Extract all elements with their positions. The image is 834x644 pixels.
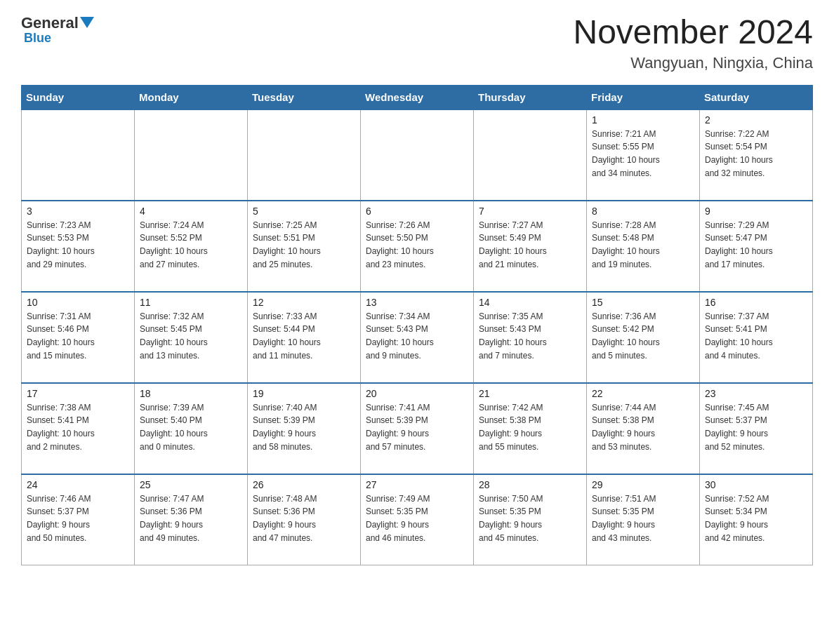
day-number: 16 [705,297,807,308]
day-number: 15 [592,297,694,308]
logo-general-text: General [21,14,79,32]
day-number: 13 [366,297,468,308]
calendar-cell [248,109,361,201]
calendar-cell: 8Sunrise: 7:28 AM Sunset: 5:48 PM Daylig… [587,201,700,292]
day-info: Sunrise: 7:46 AM Sunset: 5:37 PM Dayligh… [27,492,129,544]
logo: General Blue [21,14,94,46]
calendar-cell: 13Sunrise: 7:34 AM Sunset: 5:43 PM Dayli… [361,292,474,383]
calendar-cell: 17Sunrise: 7:38 AM Sunset: 5:41 PM Dayli… [22,383,135,474]
day-info: Sunrise: 7:47 AM Sunset: 5:36 PM Dayligh… [140,492,242,544]
calendar-week-row: 10Sunrise: 7:31 AM Sunset: 5:46 PM Dayli… [22,292,813,383]
day-number: 8 [592,206,694,217]
calendar-table: SundayMondayTuesdayWednesdayThursdayFrid… [21,85,813,566]
day-number: 14 [479,297,581,308]
day-info: Sunrise: 7:32 AM Sunset: 5:45 PM Dayligh… [140,310,242,362]
logo-triangle-icon [80,17,94,28]
day-number: 5 [253,206,355,217]
day-number: 29 [592,479,694,490]
calendar-cell: 10Sunrise: 7:31 AM Sunset: 5:46 PM Dayli… [22,292,135,383]
day-info: Sunrise: 7:33 AM Sunset: 5:44 PM Dayligh… [253,310,355,362]
day-info: Sunrise: 7:42 AM Sunset: 5:38 PM Dayligh… [479,401,581,453]
calendar-cell: 24Sunrise: 7:46 AM Sunset: 5:37 PM Dayli… [22,474,135,565]
day-info: Sunrise: 7:39 AM Sunset: 5:40 PM Dayligh… [140,401,242,453]
calendar-cell: 4Sunrise: 7:24 AM Sunset: 5:52 PM Daylig… [135,201,248,292]
calendar-title: November 2024 [573,14,813,51]
day-number: 25 [140,479,242,490]
day-number: 9 [705,206,807,217]
day-number: 4 [140,206,242,217]
day-info: Sunrise: 7:27 AM Sunset: 5:49 PM Dayligh… [479,219,581,271]
day-info: Sunrise: 7:51 AM Sunset: 5:35 PM Dayligh… [592,492,694,544]
calendar-week-row: 3Sunrise: 7:23 AM Sunset: 5:53 PM Daylig… [22,201,813,292]
day-info: Sunrise: 7:31 AM Sunset: 5:46 PM Dayligh… [27,310,129,362]
day-number: 24 [27,479,129,490]
calendar-cell [135,109,248,201]
day-number: 18 [140,388,242,399]
day-info: Sunrise: 7:52 AM Sunset: 5:34 PM Dayligh… [705,492,807,544]
calendar-cell: 29Sunrise: 7:51 AM Sunset: 5:35 PM Dayli… [587,474,700,565]
calendar-cell: 30Sunrise: 7:52 AM Sunset: 5:34 PM Dayli… [700,474,813,565]
calendar-week-row: 17Sunrise: 7:38 AM Sunset: 5:41 PM Dayli… [22,383,813,474]
day-number: 10 [27,297,129,308]
calendar-week-row: 1Sunrise: 7:21 AM Sunset: 5:55 PM Daylig… [22,109,813,201]
day-number: 19 [253,388,355,399]
day-info: Sunrise: 7:22 AM Sunset: 5:54 PM Dayligh… [705,128,807,180]
day-number: 1 [592,114,694,126]
day-info: Sunrise: 7:25 AM Sunset: 5:51 PM Dayligh… [253,219,355,271]
weekday-header-friday: Friday [587,85,700,109]
weekday-header-wednesday: Wednesday [361,85,474,109]
day-info: Sunrise: 7:44 AM Sunset: 5:38 PM Dayligh… [592,401,694,453]
calendar-cell [361,109,474,201]
day-info: Sunrise: 7:36 AM Sunset: 5:42 PM Dayligh… [592,310,694,362]
calendar-cell [22,109,135,201]
title-block: November 2024 Wangyuan, Ningxia, China [573,14,813,72]
weekday-header-monday: Monday [135,85,248,109]
calendar-cell: 21Sunrise: 7:42 AM Sunset: 5:38 PM Dayli… [474,383,587,474]
day-info: Sunrise: 7:34 AM Sunset: 5:43 PM Dayligh… [366,310,468,362]
calendar-cell: 15Sunrise: 7:36 AM Sunset: 5:42 PM Dayli… [587,292,700,383]
day-info: Sunrise: 7:50 AM Sunset: 5:35 PM Dayligh… [479,492,581,544]
logo-text: General [21,14,94,32]
day-number: 28 [479,479,581,490]
calendar-cell: 16Sunrise: 7:37 AM Sunset: 5:41 PM Dayli… [700,292,813,383]
day-info: Sunrise: 7:41 AM Sunset: 5:39 PM Dayligh… [366,401,468,453]
day-info: Sunrise: 7:23 AM Sunset: 5:53 PM Dayligh… [27,219,129,271]
calendar-cell: 7Sunrise: 7:27 AM Sunset: 5:49 PM Daylig… [474,201,587,292]
calendar-cell: 1Sunrise: 7:21 AM Sunset: 5:55 PM Daylig… [587,109,700,201]
calendar-cell: 25Sunrise: 7:47 AM Sunset: 5:36 PM Dayli… [135,474,248,565]
calendar-cell: 27Sunrise: 7:49 AM Sunset: 5:35 PM Dayli… [361,474,474,565]
calendar-cell: 6Sunrise: 7:26 AM Sunset: 5:50 PM Daylig… [361,201,474,292]
calendar-cell: 19Sunrise: 7:40 AM Sunset: 5:39 PM Dayli… [248,383,361,474]
weekday-header-thursday: Thursday [474,85,587,109]
day-info: Sunrise: 7:38 AM Sunset: 5:41 PM Dayligh… [27,401,129,453]
day-number: 20 [366,388,468,399]
day-number: 11 [140,297,242,308]
day-info: Sunrise: 7:37 AM Sunset: 5:41 PM Dayligh… [705,310,807,362]
calendar-cell: 3Sunrise: 7:23 AM Sunset: 5:53 PM Daylig… [22,201,135,292]
day-info: Sunrise: 7:48 AM Sunset: 5:36 PM Dayligh… [253,492,355,544]
calendar-week-row: 24Sunrise: 7:46 AM Sunset: 5:37 PM Dayli… [22,474,813,565]
calendar-cell: 2Sunrise: 7:22 AM Sunset: 5:54 PM Daylig… [700,109,813,201]
calendar-cell: 18Sunrise: 7:39 AM Sunset: 5:40 PM Dayli… [135,383,248,474]
day-number: 26 [253,479,355,490]
day-info: Sunrise: 7:28 AM Sunset: 5:48 PM Dayligh… [592,219,694,271]
day-number: 2 [705,114,807,126]
calendar-cell: 14Sunrise: 7:35 AM Sunset: 5:43 PM Dayli… [474,292,587,383]
day-info: Sunrise: 7:45 AM Sunset: 5:37 PM Dayligh… [705,401,807,453]
day-info: Sunrise: 7:35 AM Sunset: 5:43 PM Dayligh… [479,310,581,362]
calendar-cell: 5Sunrise: 7:25 AM Sunset: 5:51 PM Daylig… [248,201,361,292]
calendar-subtitle: Wangyuan, Ningxia, China [573,54,813,72]
day-number: 23 [705,388,807,399]
calendar-cell: 9Sunrise: 7:29 AM Sunset: 5:47 PM Daylig… [700,201,813,292]
calendar-cell: 20Sunrise: 7:41 AM Sunset: 5:39 PM Dayli… [361,383,474,474]
weekday-header-row: SundayMondayTuesdayWednesdayThursdayFrid… [22,85,813,109]
day-number: 6 [366,206,468,217]
day-number: 22 [592,388,694,399]
day-info: Sunrise: 7:21 AM Sunset: 5:55 PM Dayligh… [592,128,694,180]
calendar-page: General Blue November 2024 Wangyuan, Nin… [0,0,834,644]
calendar-cell: 11Sunrise: 7:32 AM Sunset: 5:45 PM Dayli… [135,292,248,383]
day-number: 12 [253,297,355,308]
calendar-cell: 26Sunrise: 7:48 AM Sunset: 5:36 PM Dayli… [248,474,361,565]
day-info: Sunrise: 7:24 AM Sunset: 5:52 PM Dayligh… [140,219,242,271]
day-number: 21 [479,388,581,399]
